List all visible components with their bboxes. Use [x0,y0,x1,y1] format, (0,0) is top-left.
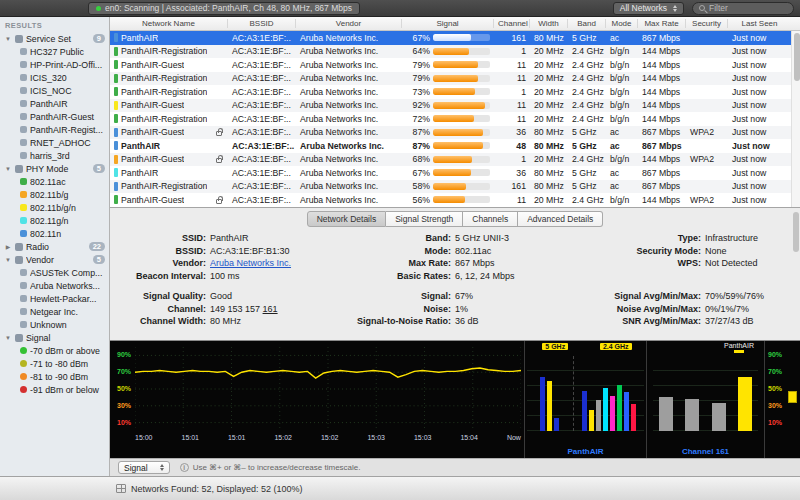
y-axis-label: 10% [768,419,782,426]
detail-label: SSID: [118,232,206,245]
tab-advanced-details[interactable]: Advanced Details [518,211,603,227]
sidebar-item-802-11g-n[interactable]: 802.11g/n [0,214,109,227]
sidebar-item-icis-320[interactable]: ICIS_320 [0,71,109,84]
band-cell: 5 GHz [568,168,606,178]
sidebar-item-harris-3rd[interactable]: harris_3rd [0,149,109,162]
sidebar-item-81-to-90-dbm[interactable]: -81 to -90 dBm [0,370,109,383]
column-header-last-seen[interactable]: Last Seen [728,19,791,28]
sidebar-group-signal[interactable]: ▼Signal [0,331,109,344]
signal-bar-fill [433,61,478,68]
signal-cell: 68% [402,154,494,164]
table-scrollbar-thumb[interactable] [794,33,800,81]
sidebar-item-asustek-comp[interactable]: ASUSTeK Comp... [0,266,109,279]
chart-mode-dropdown[interactable]: Signal [118,461,170,474]
disclosure-triangle-icon[interactable]: ▼ [4,166,12,172]
sidebar-item-icis-noc[interactable]: ICIS_NOC [0,84,109,97]
table-row[interactable]: PanthAIR-RegistrationAC:A3:1E:BF:..Aruba… [110,45,791,59]
sidebar-item-71-to-80-dbm[interactable]: -71 to -80 dBm [0,357,109,370]
column-header-width[interactable]: Width [530,19,568,28]
table-row[interactable]: PanthAIR-RegistrationAC:A3:1E:BF:..Aruba… [110,72,791,86]
table-row[interactable]: PanthAIR-GuestAC:A3:1E:BF:..Aruba Networ… [110,99,791,113]
column-header-security[interactable]: Security [686,19,728,28]
bssid-cell: AC:A3:1E:BF:.. [228,33,296,43]
tab-channels[interactable]: Channels [463,211,518,227]
table-row[interactable]: PanthAIR-RegistrationAC:A3:1E:BF:..Aruba… [110,180,791,194]
network-color-indicator [114,195,118,204]
tab-signal-strength[interactable]: Signal Strength [386,211,463,227]
sidebar-item-panthair-guest[interactable]: PanthAIR-Guest [0,110,109,123]
detail-label: Channel: [118,303,206,316]
band-cell: 2.4 GHz [568,100,606,110]
sidebar-item-netgear-inc[interactable]: Netgear Inc. [0,305,109,318]
details-panel: Network DetailsSignal StrengthChannelsAd… [110,207,800,340]
details-column-3: Type:InfrastructureSecurity Mode:NoneWPS… [583,232,792,282]
last-seen-cell: Just now [728,60,791,70]
column-header-bssid[interactable]: BSSID [228,19,296,28]
sidebar-item-hp-print-ad-offi[interactable]: HP-Print-AD-Offi... [0,58,109,71]
filter-search-input[interactable]: Filter [692,2,794,15]
sidebar-item-91-dbm-or-below[interactable]: -91 dBm or below [0,383,109,396]
folder-icon [15,256,23,264]
column-header-mode[interactable]: Mode [606,19,638,28]
table-row[interactable]: PanthAIR-GuestAC:A3:1E:BF:..Aruba Networ… [110,126,791,140]
sidebar-item-rnet-adhoc[interactable]: RNET_ADHOC [0,136,109,149]
signal-bar-track [433,88,490,95]
table-scrollbar[interactable] [791,31,800,207]
sidebar-item-802-11n[interactable]: 802.11n [0,227,109,240]
mode-cell: b/g/n [606,73,638,83]
disclosure-triangle-icon[interactable]: ▼ [4,257,12,263]
table-row[interactable]: PanthAIRAC:A3:1E:BF:..Aruba Networks Inc… [110,139,791,153]
column-header-max-rate[interactable]: Max Rate [638,19,686,28]
sidebar-item-panthair[interactable]: PanthAIR [0,97,109,110]
column-header-band[interactable]: Band [568,19,606,28]
detail-value[interactable]: Aruba Networks Inc. [210,257,291,270]
sidebar-item-70-dbm-or-above[interactable]: -70 dBm or above [0,344,109,357]
sidebar-item-802-11b-g-n[interactable]: 802.11b/g/n [0,201,109,214]
column-header-vendor[interactable]: Vendor [296,19,402,28]
sidebar-group-radio[interactable]: ▶Radio22 [0,240,109,253]
sidebar-item-label: ICIS_320 [30,73,109,83]
column-header-channel[interactable]: Channel [494,19,530,28]
sidebar-item-unknown[interactable]: Unknown [0,318,109,331]
spectrum-bar [547,381,552,431]
table-row[interactable]: PanthAIR-GuestAC:A3:1E:BF:..Aruba Networ… [110,193,791,207]
sidebar-group-phy-mode[interactable]: ▼PHY Mode5 [0,162,109,175]
table-row[interactable]: PanthAIR-GuestAC:A3:1E:BF:..Aruba Networ… [110,58,791,72]
detail-label: Type: [583,232,701,245]
column-header-signal[interactable]: Signal [402,19,494,28]
bssid-cell: AC:A3:1E:BF:.. [228,73,296,83]
detail-field-signal-avg-min-max: Signal Avg/Min/Max:70%/59%/76% [583,290,792,303]
disclosure-triangle-icon[interactable]: ▼ [4,335,12,341]
detail-value: 100 ms [210,270,240,283]
signal-history-ylabels: 90%70%50%30%10% [110,347,134,431]
table-row[interactable]: PanthAIRAC:A3:1E:BF:..Aruba Networks Inc… [110,166,791,180]
sidebar-item-802-11b-g[interactable]: 802.11b/g [0,188,109,201]
sidebar-item-hewlett-packar[interactable]: Hewlett-Packar... [0,292,109,305]
detail-value: 37/27/43 dB [705,315,754,328]
column-header-network-name[interactable]: Network Name [110,19,228,28]
disclosure-triangle-icon[interactable]: ▶ [4,243,12,250]
details-sections: SSID:PanthAIRBSSID:AC:A3:1E:BF:B1:30Vend… [110,231,800,328]
sidebar-item-panthair-regist[interactable]: PanthAIR-Regist... [0,123,109,136]
table-row[interactable]: PanthAIR-RegistrationAC:A3:1E:BF:..Aruba… [110,85,791,99]
channel-cell: 36 [494,168,530,178]
signal-cell: 79% [402,60,494,70]
channel-cell: 11 [494,60,530,70]
wifi-explorer-window: en0: Scanning | Associated: PanthAIR, Ch… [0,0,800,500]
table-row[interactable]: PanthAIRAC:A3:1E:BF:..Aruba Networks Inc… [110,31,791,45]
signal-percent: 67% [406,168,430,178]
detail-field-channel: Channel:149 153 157 161 [118,303,343,316]
sidebar-group-service-set[interactable]: ▼Service Set9 [0,32,109,45]
table-row[interactable]: PanthAIR-GuestAC:A3:1E:BF:..Aruba Networ… [110,153,791,167]
details-scrollbar-thumb[interactable] [793,212,799,252]
tab-network-details[interactable]: Network Details [307,211,387,227]
table-row[interactable]: PanthAIR-RegistrationAC:A3:1E:BF:..Aruba… [110,112,791,126]
network-scope-dropdown[interactable]: All Networks [613,2,684,15]
network-table-header[interactable]: Network NameBSSIDVendorSignalChannelWidt… [110,17,800,31]
sidebar-item-aruba-networks[interactable]: Aruba Networks... [0,279,109,292]
right-axis-labels: 90%70%50%30%10% [765,347,800,431]
sidebar-group-vendor[interactable]: ▼Vendor5 [0,253,109,266]
sidebar-item-hc327-public[interactable]: HC327 Public [0,45,109,58]
disclosure-triangle-icon[interactable]: ▼ [4,36,12,42]
sidebar-item-802-11ac[interactable]: 802.11ac [0,175,109,188]
